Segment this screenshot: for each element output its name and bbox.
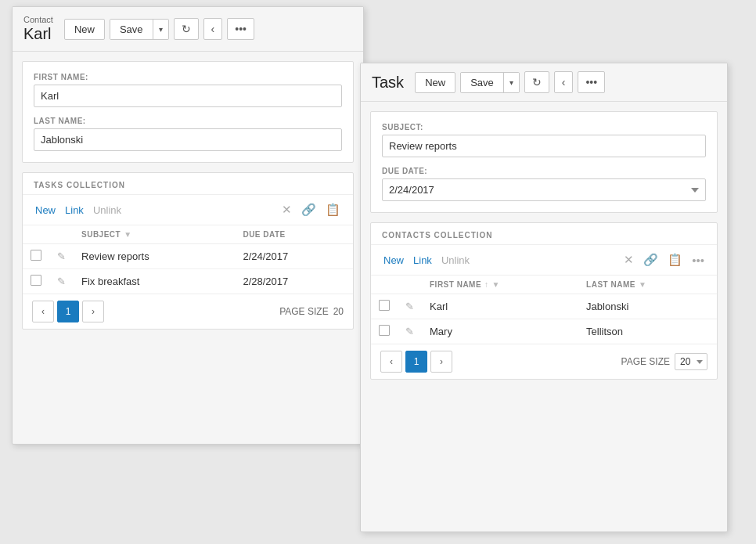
contacts-collection: CONTACTS COLLECTION New Link Unlink ✕ 🔗 … bbox=[370, 222, 718, 380]
contacts-more-button[interactable]: ••• bbox=[689, 252, 707, 268]
contacts-link-icon-button[interactable]: 🔗 bbox=[640, 251, 661, 268]
tasks-delete-button[interactable]: ✕ bbox=[279, 201, 295, 218]
contact-save-button[interactable]: Save bbox=[110, 20, 153, 39]
task-back-button[interactable]: ‹ bbox=[554, 71, 574, 93]
row1-due-date: 2/24/2017 bbox=[235, 244, 353, 269]
contacts-table: FIRST NAME ↑ ▼ LAST NAME ▼ bbox=[371, 276, 717, 344]
task-refresh-icon: ↻ bbox=[532, 76, 542, 88]
row2-due-date: 2/28/2017 bbox=[235, 269, 353, 294]
last-name-col-label: LAST NAME bbox=[586, 280, 635, 289]
contacts-col-last-name: LAST NAME ▼ bbox=[578, 276, 717, 294]
contacts-prev-button[interactable]: ‹ bbox=[380, 351, 402, 373]
tasks-col-subject: SUBJECT ▼ bbox=[74, 225, 235, 244]
contact-row1-check[interactable] bbox=[379, 300, 390, 311]
table-row: ✎ Fix breakfast 2/28/2017 bbox=[23, 269, 353, 294]
last-name-label: LAST NAME: bbox=[34, 117, 342, 125]
page-size-text: PAGE SIZE bbox=[279, 306, 328, 317]
contact-row2-last-name: Tellitson bbox=[578, 319, 717, 344]
contacts-assign-button[interactable]: 📋 bbox=[664, 251, 686, 268]
contacts-collection-header: CONTACTS COLLECTION bbox=[371, 223, 717, 245]
contact-row1-edit-icon[interactable]: ✎ bbox=[405, 301, 414, 312]
task-back-icon: ‹ bbox=[562, 76, 566, 88]
contacts-col-check bbox=[371, 276, 398, 294]
table-row: ✎ Review reports 2/24/2017 bbox=[23, 244, 353, 269]
due-date-label: DUE DATE: bbox=[382, 167, 706, 175]
table-row: ✎ Karl Jablonski bbox=[371, 294, 717, 319]
contact-new-button[interactable]: New bbox=[64, 19, 105, 40]
tasks-collection-header: TASKS COLLECTION bbox=[23, 173, 353, 195]
tasks-collection: TASKS COLLECTION New Link Unlink ✕ 🔗 📋 bbox=[22, 172, 354, 330]
task-more-icon: ••• bbox=[585, 76, 597, 88]
tasks-prev-button[interactable]: ‹ bbox=[32, 301, 54, 322]
task-save-dropdown[interactable]: ▾ bbox=[503, 73, 519, 92]
delete-icon: ✕ bbox=[282, 203, 292, 217]
row1-check[interactable] bbox=[31, 250, 41, 261]
contact-row2-check[interactable] bbox=[379, 325, 390, 336]
contacts-next-button[interactable]: › bbox=[430, 351, 452, 373]
first-name-input[interactable] bbox=[34, 85, 342, 107]
contact-title: Karl bbox=[23, 24, 53, 43]
first-name-label: FIRST NAME: bbox=[34, 73, 342, 81]
row1-subject: Review reports bbox=[74, 244, 235, 269]
subject-filter-icon[interactable]: ▼ bbox=[124, 230, 131, 239]
contacts-page-size-select[interactable]: 20 bbox=[675, 353, 707, 370]
contact-save-split: Save ▾ bbox=[110, 19, 169, 40]
contacts-more-icon: ••• bbox=[692, 254, 704, 267]
link-icon: 🔗 bbox=[301, 203, 316, 217]
contacts-unlink-button[interactable]: Unlink bbox=[438, 253, 473, 268]
tasks-assign-button[interactable]: 📋 bbox=[322, 201, 344, 218]
contact-save-dropdown[interactable]: ▾ bbox=[153, 20, 168, 39]
tasks-col-check bbox=[23, 225, 49, 244]
contact-refresh-button[interactable]: ↻ bbox=[174, 18, 199, 40]
contacts-page1-button[interactable]: 1 bbox=[405, 351, 427, 373]
task-more-button[interactable]: ••• bbox=[578, 71, 605, 93]
contact-form: FIRST NAME: LAST NAME: bbox=[22, 61, 354, 163]
contact-row1-first-name: Karl bbox=[422, 294, 578, 319]
contact-back-button[interactable]: ‹ bbox=[203, 18, 223, 40]
last-name-input[interactable] bbox=[34, 128, 342, 151]
task-save-split: Save ▾ bbox=[460, 72, 520, 93]
task-refresh-button[interactable]: ↻ bbox=[524, 71, 549, 93]
tasks-next-button[interactable]: › bbox=[82, 301, 104, 322]
subject-col-label: SUBJECT bbox=[81, 230, 121, 239]
due-date-select[interactable]: 2/24/2017 bbox=[382, 178, 706, 201]
contacts-link-button[interactable]: Link bbox=[410, 253, 435, 268]
contacts-delete-button[interactable]: ✕ bbox=[621, 251, 637, 268]
contact-row1-last-name: Jablonski bbox=[578, 294, 717, 319]
contacts-page-size-text: PAGE SIZE bbox=[621, 356, 670, 367]
task-panel-header: Task New Save ▾ ↻ ‹ ••• bbox=[361, 63, 727, 102]
contacts-col-first-name: FIRST NAME ↑ ▼ bbox=[422, 276, 578, 294]
contacts-col-icon bbox=[398, 276, 422, 294]
subject-input[interactable] bbox=[382, 135, 706, 157]
due-date-col-label: DUE DATE bbox=[243, 230, 285, 239]
contacts-page-size-label: PAGE SIZE 20 bbox=[621, 353, 707, 370]
last-name-filter-icon[interactable]: ▼ bbox=[639, 280, 646, 289]
row2-edit-icon[interactable]: ✎ bbox=[57, 276, 66, 287]
tasks-page-size-label: PAGE SIZE 20 bbox=[279, 306, 344, 317]
row1-edit-icon[interactable]: ✎ bbox=[57, 250, 66, 262]
first-name-filter-icon[interactable]: ▼ bbox=[492, 280, 500, 289]
contacts-new-button[interactable]: New bbox=[380, 253, 407, 268]
table-row: ✎ Mary Tellitson bbox=[371, 319, 717, 344]
task-save-button[interactable]: Save bbox=[461, 73, 503, 92]
task-new-button[interactable]: New bbox=[415, 72, 455, 93]
refresh-icon: ↻ bbox=[182, 23, 191, 35]
tasks-edit-icon-button[interactable]: 🔗 bbox=[298, 201, 319, 218]
contact-subtitle: Contact bbox=[23, 15, 53, 24]
page-size-value: 20 bbox=[333, 306, 344, 317]
tasks-unlink-button[interactable]: Unlink bbox=[90, 203, 124, 218]
contacts-pagination: ‹ 1 › PAGE SIZE 20 bbox=[371, 344, 717, 379]
task-form: SUBJECT: DUE DATE: 2/24/2017 bbox=[370, 111, 718, 213]
contact-row2-first-name: Mary bbox=[422, 319, 578, 344]
tasks-page1-button[interactable]: 1 bbox=[57, 301, 79, 322]
tasks-col-icon bbox=[49, 225, 74, 244]
tasks-new-button[interactable]: New bbox=[32, 203, 59, 218]
tasks-link-button[interactable]: Link bbox=[62, 203, 87, 218]
contact-more-button[interactable]: ••• bbox=[227, 18, 254, 40]
first-name-col-label: FIRST NAME bbox=[430, 280, 481, 289]
contacts-assign-icon: 📋 bbox=[668, 253, 682, 267]
row2-check[interactable] bbox=[31, 275, 41, 286]
more-icon: ••• bbox=[235, 23, 247, 35]
contact-row2-edit-icon[interactable]: ✎ bbox=[405, 326, 414, 337]
first-name-sort-icon[interactable]: ↑ bbox=[484, 280, 489, 289]
